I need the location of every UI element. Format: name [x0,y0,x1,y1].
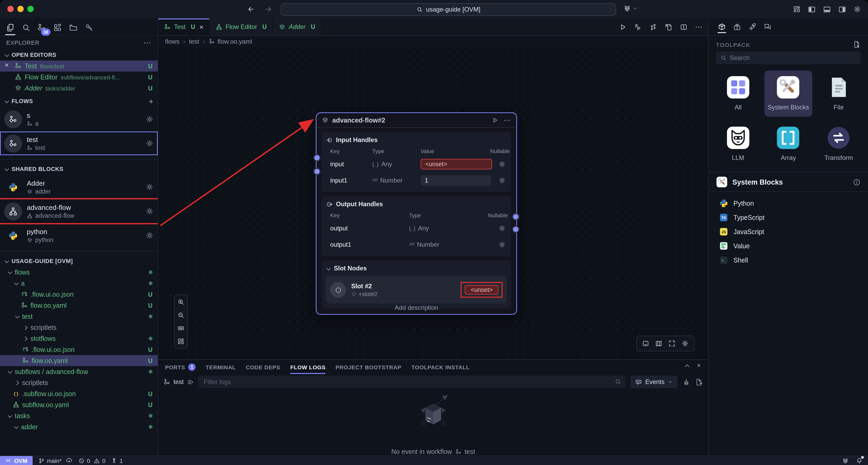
key-icon[interactable] [84,21,95,34]
zoom-in-icon[interactable] [177,298,185,306]
output-handle-port[interactable] [512,226,520,233]
zoom-out-icon[interactable] [177,311,185,319]
search-icon[interactable] [21,21,32,34]
flow-node-advanced-flow[interactable]: advanced-flow#2 ⋯ Input Handles Key Type [316,113,516,314]
gear-icon[interactable] [498,225,507,232]
clear-logs-icon[interactable] [682,378,690,386]
editor-tab[interactable]: Adder U [273,19,322,35]
tree-item[interactable]: a [0,278,158,289]
open-editor-item[interactable]: Adder tasks/adder U [0,83,158,94]
gear-icon[interactable] [146,115,154,123]
shared-blocks-header[interactable]: SHARED BLOCKS [0,163,158,175]
notifications-bell-icon[interactable] [856,457,863,464]
system-block-item[interactable]: Python [709,196,868,210]
feedback-chat-icon[interactable] [764,19,772,35]
remote-indicator[interactable]: OVM [0,456,33,465]
close-icon[interactable]: × [199,23,204,31]
problems-status[interactable]: 0 0 [78,457,105,464]
flow-canvas[interactable]: advanced-flow#2 ⋯ Input Handles Key Type [158,47,708,360]
forwarded-ports-status[interactable]: 1 [111,457,123,464]
auto-layout-icon[interactable] [177,338,185,345]
console-panel-icon[interactable] [642,340,649,347]
filter-logs-field[interactable] [198,376,626,388]
panel-tab[interactable]: PORTS 1 [165,360,195,374]
gift-icon[interactable] [733,19,741,35]
git-branch-status[interactable]: main* [38,457,72,464]
tree-item[interactable]: scriptlets [0,377,158,388]
close-panel-icon[interactable]: × [697,363,701,368]
tree-item[interactable]: .flow.ui.oo.json U [0,289,158,300]
panel-tab[interactable]: TOOLPACK INSTALL [411,360,470,374]
panel-tab[interactable]: TERMINAL [206,360,236,374]
shared-block-card[interactable]: python python [0,224,158,247]
tree-item[interactable]: flow.oo.yaml U [0,300,158,311]
flow-selector[interactable]: test [163,378,194,385]
toolpack-search-field[interactable] [716,52,861,64]
toolpack-tile[interactable]: LLM [714,121,762,167]
minimap-icon[interactable] [655,340,662,347]
fit-view-icon[interactable] [177,324,185,332]
flows-header[interactable]: FLOWS + [0,95,158,107]
more-actions-icon[interactable]: ⋯ [695,23,703,31]
run-node-icon[interactable] [492,117,498,124]
gear-icon[interactable] [498,241,507,248]
sync-icon[interactable] [649,23,657,31]
node-more-icon[interactable]: ⋯ [504,116,511,124]
info-icon[interactable] [853,178,861,186]
system-block-item[interactable]: Shell [709,253,868,267]
tree-item[interactable]: tasks [0,410,158,422]
flow-card[interactable]: s a [0,107,158,131]
open-editor-item[interactable]: × Test flows/test U [0,60,158,71]
extensions-icon[interactable] [52,21,63,34]
settings-gear-icon[interactable] [853,5,861,13]
tree-item[interactable]: subflow.oo.yaml U [0,399,158,410]
split-editor-icon[interactable] [680,23,688,31]
toggle-panel-icon[interactable] [823,5,831,13]
toolpack-tab-icon[interactable] [718,19,726,35]
open-editors-header[interactable]: OPEN EDITORS [0,49,158,60]
breadcrumb-flows[interactable]: flows [165,38,180,45]
run-flow-icon[interactable] [619,23,627,31]
tree-item[interactable]: subflows / advanced-flow [0,366,158,377]
tree-item[interactable]: scriptlets [0,322,158,333]
gear-icon[interactable] [146,183,154,191]
toolpack-tile[interactable]: Transform [815,121,863,167]
add-description-button[interactable]: Add description [316,304,516,311]
gear-icon[interactable] [498,161,507,168]
flows-icon[interactable]: 38 [36,21,47,34]
canvas-settings-icon[interactable] [681,340,689,347]
value-field[interactable]: <unset> [421,159,492,169]
explorer-files-icon[interactable] [5,21,16,34]
folder-icon[interactable] [68,21,79,34]
assistant-cat-icon[interactable] [842,457,849,464]
tree-item[interactable]: flows [0,267,158,278]
value-field[interactable]: 1 [421,175,491,186]
rerun-icon[interactable] [634,23,642,31]
export-icon[interactable] [664,23,673,31]
close-icon[interactable]: × [5,61,9,69]
panel-tab[interactable]: FLOW LOGS [290,360,326,374]
breadcrumb-test[interactable]: test [189,38,199,45]
filter-logs-input[interactable] [198,376,626,388]
export-logs-icon[interactable] [695,378,703,386]
customize-layout-icon[interactable] [793,5,801,13]
new-toolpack-icon[interactable] [853,40,861,49]
editor-tab[interactable]: Flow Editor U [210,19,273,35]
tree-item[interactable]: adder [0,422,158,432]
events-dropdown[interactable]: Events [631,376,678,388]
tree-item[interactable]: .subflow.ui.oo.json U [0,388,158,399]
assistant-menu[interactable] [623,4,638,12]
project-section-header[interactable]: USAGE-GUIDE [OVM] [0,255,158,267]
fullscreen-icon[interactable] [668,340,676,347]
slot-unset-badge[interactable]: <unset> [465,285,498,295]
system-block-item[interactable]: TypeScript [709,210,868,225]
toolpack-tile[interactable]: System Blocks [764,70,812,117]
toggle-sidebar-icon[interactable] [808,5,816,13]
close-window-button[interactable] [7,6,14,12]
gear-icon[interactable] [146,139,154,147]
explorer-more-icon[interactable]: ⋯ [144,38,151,47]
toggle-secondary-sidebar-icon[interactable] [838,5,846,13]
minimize-window-button[interactable] [17,6,24,12]
tree-item[interactable]: flow.oo.yaml U [0,355,158,366]
toolpack-tile[interactable]: Array [764,121,812,167]
